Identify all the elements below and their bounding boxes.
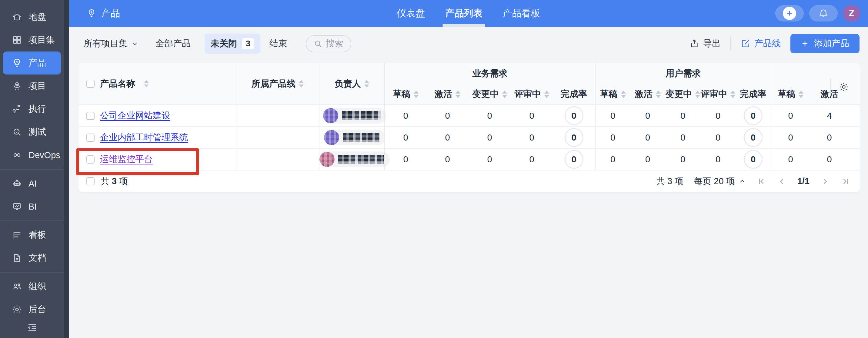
sidebar-item-program[interactable]: 项目集 bbox=[0, 29, 64, 52]
table-settings-button[interactable] bbox=[837, 80, 851, 94]
sort-icon[interactable] bbox=[414, 91, 418, 98]
sidebar-item-home[interactable]: 地盘 bbox=[0, 5, 64, 29]
sidebar-item-project[interactable]: 项目 bbox=[0, 74, 64, 98]
filter-closed[interactable]: 结束 bbox=[270, 38, 287, 50]
sort-icon[interactable] bbox=[144, 80, 149, 88]
tab-product-list[interactable]: 产品列表 bbox=[445, 0, 483, 27]
product-line-cell bbox=[236, 105, 319, 126]
extra-draft-value: 0 bbox=[771, 105, 810, 126]
sidebar-item-kanban[interactable]: 看板 bbox=[0, 224, 64, 246]
column-header-biz-rate[interactable]: 完成率 bbox=[553, 84, 595, 104]
column-header-user-changing[interactable]: 变更中 bbox=[665, 84, 701, 104]
page-size-dropdown[interactable]: 每页 20 项 bbox=[694, 175, 746, 188]
sort-icon[interactable] bbox=[364, 80, 369, 88]
biz-draft-value: 0 bbox=[384, 127, 427, 148]
first-page-button[interactable] bbox=[756, 176, 767, 187]
export-button[interactable]: 导出 bbox=[689, 38, 721, 50]
column-header-product-line[interactable]: 所属产品线 bbox=[236, 63, 319, 104]
bell-icon bbox=[818, 8, 829, 19]
product-link[interactable]: 企业内部工时管理系统 bbox=[100, 131, 188, 143]
sidebar-item-admin[interactable]: 后台 bbox=[0, 298, 64, 321]
filter-unclosed[interactable]: 未关闭 3 bbox=[205, 34, 260, 54]
sidebar-item-bi[interactable]: BI bbox=[0, 195, 64, 218]
toolbar-right: 导出 产品线 添加产品 bbox=[689, 34, 860, 53]
sort-icon[interactable] bbox=[502, 91, 507, 98]
prev-page-button[interactable] bbox=[777, 176, 787, 187]
sidebar-divider bbox=[0, 272, 64, 273]
user-avatar[interactable]: Z bbox=[843, 5, 860, 22]
sort-icon[interactable] bbox=[695, 91, 700, 98]
product-table-card: 产品名称 所属产品线 负责人 业务需求 用户需求 草稿 激活 bbox=[79, 63, 860, 192]
sidebar-item-test[interactable]: 测试 bbox=[0, 121, 64, 143]
sidebar-item-org[interactable]: 组织 bbox=[0, 275, 64, 298]
owner-name-redacted bbox=[343, 133, 380, 142]
last-page-button[interactable] bbox=[840, 176, 851, 187]
product-line-button[interactable]: 产品线 bbox=[741, 38, 781, 50]
gear-icon bbox=[838, 81, 849, 92]
tab-dashboard[interactable]: 仪表盘 bbox=[397, 0, 425, 27]
chevron-down-icon bbox=[131, 40, 138, 47]
column-header-product-name[interactable]: 产品名称 bbox=[79, 63, 236, 104]
add-product-button[interactable]: 添加产品 bbox=[790, 34, 860, 53]
collapse-sidebar-icon[interactable] bbox=[27, 322, 38, 333]
owner-cell bbox=[319, 127, 384, 148]
program-grid-icon bbox=[11, 35, 23, 45]
sort-icon[interactable] bbox=[656, 91, 661, 98]
owner-pill[interactable] bbox=[324, 130, 385, 145]
select-all-checkbox[interactable] bbox=[86, 80, 95, 88]
row-checkbox[interactable] bbox=[86, 134, 95, 142]
notifications-button[interactable] bbox=[809, 5, 838, 22]
quick-create-button[interactable] bbox=[775, 5, 804, 22]
product-link[interactable]: 公司企业网站建设 bbox=[100, 110, 170, 122]
table-footer: 共 3 项 共 3 项 每页 20 项 1/1 bbox=[79, 170, 860, 192]
user-rate-value: 0 bbox=[736, 149, 771, 170]
sidebar-item-doc[interactable]: 文档 bbox=[0, 246, 64, 270]
sort-icon[interactable] bbox=[799, 91, 803, 98]
tab-product-kanban[interactable]: 产品看板 bbox=[503, 0, 540, 27]
column-header-biz-changing[interactable]: 变更中 bbox=[469, 84, 511, 104]
toolbar-divider bbox=[731, 37, 731, 50]
column-header-extra-draft[interactable]: 草稿 bbox=[771, 84, 810, 104]
sidebar-item-ai[interactable]: AI bbox=[0, 172, 64, 195]
user-rate-value: 0 bbox=[736, 127, 771, 148]
product-name-cell: 运维监控平台 bbox=[79, 149, 236, 170]
biz-changing-value: 0 bbox=[469, 127, 511, 148]
owner-pill[interactable] bbox=[319, 151, 390, 167]
row-checkbox[interactable] bbox=[86, 112, 95, 120]
sort-icon[interactable] bbox=[299, 80, 304, 88]
footer-select-all-checkbox[interactable] bbox=[86, 177, 95, 185]
kanban-icon bbox=[11, 230, 23, 240]
sort-icon[interactable] bbox=[544, 91, 549, 98]
search-input[interactable]: 搜索 bbox=[306, 35, 351, 53]
sidebar-item-label: 测试 bbox=[29, 126, 46, 138]
sidebar-item-devops[interactable]: DevOps bbox=[0, 143, 64, 167]
sidebar-item-product[interactable]: 产品 bbox=[3, 52, 61, 74]
project-set-dropdown[interactable]: 所有项目集 bbox=[84, 38, 138, 50]
sidebar-divider bbox=[0, 169, 64, 170]
owner-pill[interactable] bbox=[323, 108, 386, 124]
column-header-owner[interactable]: 负责人 bbox=[319, 63, 384, 104]
table-row: 企业内部工时管理系统 0 0 0 0 0 0 0 0 0 0 0 bbox=[79, 127, 860, 149]
sort-icon[interactable] bbox=[621, 91, 626, 98]
column-header-biz-reviewing[interactable]: 评审中 bbox=[511, 84, 553, 104]
column-header-user-rate[interactable]: 完成率 bbox=[736, 84, 771, 104]
robot-icon bbox=[11, 178, 23, 189]
column-header-biz-draft[interactable]: 草稿 bbox=[384, 84, 427, 104]
sidebar-item-label: 执行 bbox=[29, 103, 46, 115]
sort-icon[interactable] bbox=[731, 91, 735, 98]
next-page-button[interactable] bbox=[820, 176, 830, 187]
filter-all-products[interactable]: 全部产品 bbox=[155, 38, 191, 50]
column-header-user-reviewing[interactable]: 评审中 bbox=[701, 84, 736, 104]
sidebar-item-execution[interactable]: 执行 bbox=[0, 98, 64, 121]
row-checkbox[interactable] bbox=[86, 156, 95, 164]
page-indicator: 1/1 bbox=[797, 176, 809, 186]
column-header-user-active[interactable]: 激活 bbox=[630, 84, 665, 104]
column-header-biz-active[interactable]: 激活 bbox=[427, 84, 469, 104]
sort-icon[interactable] bbox=[456, 91, 460, 98]
product-link[interactable]: 运维监控平台 bbox=[100, 153, 153, 165]
rocket-icon bbox=[11, 80, 23, 92]
column-header-user-draft[interactable]: 草稿 bbox=[595, 84, 630, 104]
biz-draft-value: 0 bbox=[384, 105, 427, 126]
sidebar-item-label: 文档 bbox=[29, 252, 46, 264]
edit-icon bbox=[741, 39, 750, 48]
